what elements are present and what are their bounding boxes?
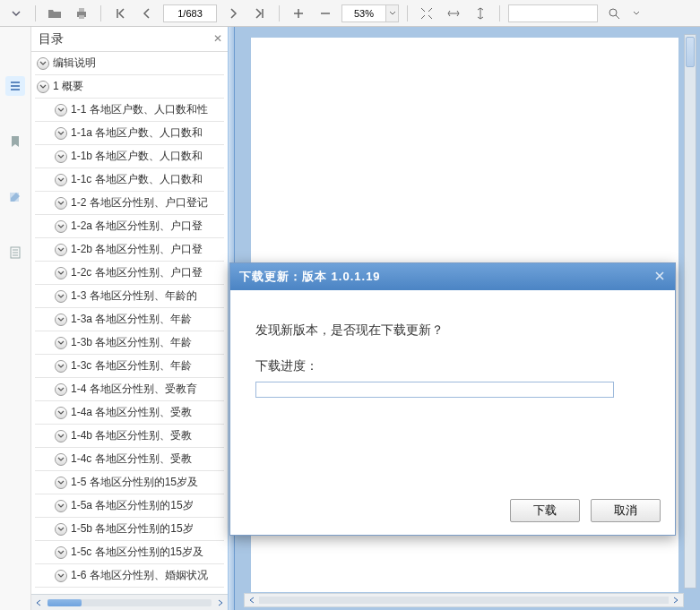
expand-icon[interactable] — [55, 407, 67, 419]
page-indicator[interactable]: 1/683 — [163, 4, 217, 22]
expand-icon[interactable] — [55, 477, 67, 489]
scroll-left-icon[interactable] — [245, 593, 259, 607]
expand-icon[interactable] — [55, 150, 67, 163]
open-folder-icon[interactable] — [44, 3, 65, 24]
search-icon[interactable] — [603, 3, 625, 24]
zoom-dropdown-icon[interactable] — [386, 4, 399, 22]
scroll-right-icon[interactable] — [213, 596, 228, 610]
toc-item-label: 1-3 各地区分性别、年龄的 — [71, 288, 197, 304]
search-input[interactable] — [508, 4, 598, 22]
content-horizontal-scrollbar[interactable] — [244, 593, 684, 607]
expand-icon[interactable] — [55, 174, 67, 186]
expand-icon[interactable] — [55, 197, 67, 210]
toc-item[interactable]: 1-2c 各地区分性别、户口登 — [31, 262, 228, 284]
zoom-out-icon[interactable] — [315, 3, 336, 24]
expand-icon[interactable] — [55, 430, 67, 442]
print-icon[interactable] — [71, 3, 92, 24]
close-icon[interactable] — [652, 268, 668, 284]
expand-icon[interactable] — [55, 500, 67, 512]
expand-icon[interactable] — [55, 360, 67, 373]
toc-item[interactable]: 1-4 各地区分性别、受教育 — [31, 378, 228, 400]
zoom-in-icon[interactable] — [288, 3, 309, 24]
toc-item[interactable]: 1-1c 各地区户数、人口数和 — [31, 168, 228, 191]
toc-item[interactable]: 1 概要 — [31, 75, 228, 98]
toc-item[interactable]: 1-2 各地区分性别、户口登记 — [31, 192, 228, 214]
toc-title: 目录 — [39, 31, 64, 47]
toc-item[interactable]: 1-5a 各地区分性别的15岁 — [31, 494, 228, 517]
toc-icon[interactable] — [5, 76, 25, 96]
toc-item[interactable]: 1-1b 各地区户数、人口数和 — [31, 145, 228, 168]
dialog-title-bar[interactable]: 下载更新：版本 1.0.1.19 — [230, 263, 675, 290]
expand-icon[interactable] — [55, 546, 67, 559]
search-dropdown-icon[interactable] — [630, 4, 643, 22]
toc-item[interactable]: 1-3b 各地区分性别、年龄 — [31, 331, 228, 354]
svg-rect-1 — [79, 8, 84, 12]
prev-page-icon[interactable] — [136, 3, 158, 24]
vertical-scrollbar[interactable] — [684, 34, 696, 589]
download-button[interactable]: 下载 — [510, 499, 580, 522]
toc-item[interactable]: 1-4a 各地区分性别、受教 — [31, 401, 228, 424]
expand-icon[interactable] — [55, 314, 67, 326]
fit-page-icon[interactable] — [416, 3, 437, 24]
thumbnails-icon[interactable] — [5, 243, 25, 262]
toc-item-label: 1-2 各地区分性别、户口登记 — [71, 195, 208, 210]
scroll-thumb[interactable] — [686, 37, 695, 67]
toc-horizontal-scrollbar[interactable] — [31, 594, 228, 610]
toc-item-label: 1-3a 各地区分性别、年龄 — [71, 312, 192, 327]
scroll-left-icon[interactable] — [31, 596, 46, 610]
dialog-message: 发现新版本，是否现在下载更新？ — [255, 322, 650, 339]
toc-item-label: 1-2c 各地区分性别、户口登 — [71, 265, 203, 280]
expand-icon[interactable] — [55, 290, 67, 303]
expand-icon[interactable] — [55, 127, 67, 140]
scroll-right-icon[interactable] — [669, 593, 683, 607]
toc-item[interactable]: 1-6a 各地区分性别、婚姻状 — [31, 588, 228, 592]
toc-item[interactable]: 1-2a 各地区分性别、户口登 — [31, 215, 228, 237]
toc-item-label: 1-1c 各地区户数、人口数和 — [71, 172, 203, 187]
zoom-indicator[interactable]: 53% — [341, 4, 386, 22]
next-page-icon[interactable] — [222, 3, 244, 24]
bookmark-icon[interactable] — [5, 132, 25, 151]
toc-panel: 目录 ✕ 编辑说明1 概要1-1 各地区户数、人口数和性1-1a 各地区户数、人… — [31, 27, 229, 610]
scroll-thumb[interactable] — [48, 599, 82, 606]
toc-item[interactable]: 1-5 各地区分性别的15岁及 — [31, 471, 228, 494]
toc-item-label: 1-4c 各地区分性别、受教 — [71, 451, 192, 467]
first-page-icon[interactable] — [109, 3, 131, 24]
expand-icon[interactable] — [55, 383, 67, 396]
toc-item[interactable]: 1-1a 各地区户数、人口数和 — [31, 122, 228, 144]
annotations-icon[interactable] — [5, 187, 25, 207]
toc-item-label: 1-1b 各地区户数、人口数和 — [71, 149, 203, 164]
expand-icon[interactable] — [55, 104, 67, 116]
toc-item[interactable]: 1-1 各地区户数、人口数和性 — [31, 99, 228, 121]
fit-width-icon[interactable] — [443, 3, 464, 24]
toc-item[interactable]: 1-6 各地区分性别、婚姻状况 — [31, 564, 228, 587]
toc-item[interactable]: 1-3a 各地区分性别、年龄 — [31, 308, 228, 331]
dropdown-icon[interactable] — [5, 3, 27, 24]
expand-icon[interactable] — [37, 57, 49, 70]
expand-icon[interactable] — [55, 220, 67, 233]
expand-icon[interactable] — [55, 570, 67, 582]
toc-item[interactable]: 1-5c 各地区分性别的15岁及 — [31, 541, 228, 563]
fit-height-icon[interactable] — [470, 3, 491, 24]
expand-icon[interactable] — [55, 244, 67, 256]
expand-icon[interactable] — [55, 267, 67, 279]
svg-point-3 — [609, 9, 617, 16]
toc-item[interactable]: 编辑说明 — [31, 52, 228, 74]
toc-item-label: 1-1 各地区户数、人口数和性 — [71, 102, 208, 117]
toc-item[interactable]: 1-4b 各地区分性别、受教 — [31, 425, 228, 447]
expand-icon[interactable] — [37, 81, 49, 93]
toc-item-label: 1-6a 各地区分性别、婚姻状 — [71, 591, 203, 592]
expand-icon[interactable] — [55, 337, 67, 349]
toc-item[interactable]: 1-2b 各地区分性别、户口登 — [31, 238, 228, 261]
toc-item[interactable]: 1-4c 各地区分性别、受教 — [31, 448, 228, 470]
toc-item[interactable]: 1-3 各地区分性别、年龄的 — [31, 285, 228, 307]
close-icon[interactable]: ✕ — [213, 32, 222, 45]
toc-item[interactable]: 1-3c 各地区分性别、年龄 — [31, 355, 228, 377]
expand-icon[interactable] — [55, 523, 67, 536]
toc-item[interactable]: 1-5b 各地区分性别的15岁 — [31, 518, 228, 540]
cancel-button[interactable]: 取消 — [591, 499, 661, 522]
toc-item-label: 1-5 各地区分性别的15岁及 — [71, 475, 198, 490]
toc-item-label: 编辑说明 — [53, 56, 96, 71]
expand-icon[interactable] — [55, 453, 67, 466]
toc-item-label: 1-1a 各地区户数、人口数和 — [71, 125, 203, 141]
last-page-icon[interactable] — [249, 3, 271, 24]
